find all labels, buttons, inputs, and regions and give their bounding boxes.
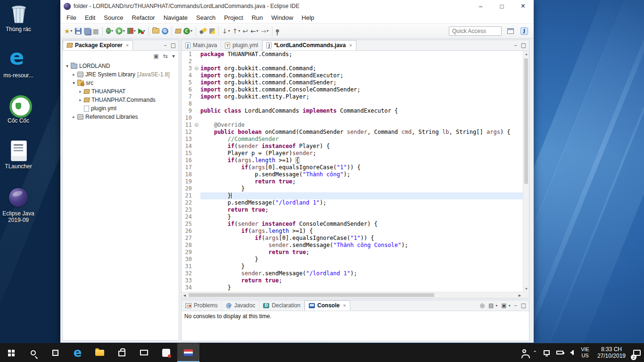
minimize-editor-icon[interactable]: – (514, 42, 517, 49)
maximize-view-icon[interactable]: □ (171, 42, 176, 49)
java-perspective-button[interactable]: J (520, 25, 529, 37)
code-line[interactable]: 4import org.bukkit.command.CommandExecut… (182, 72, 523, 79)
code-line[interactable]: 31 } (182, 263, 523, 270)
tree-expander-icon[interactable]: ▾ (65, 64, 70, 68)
quick-access-input[interactable] (449, 26, 502, 36)
editor-body[interactable]: 1package THUANPHAT.Commands;23−import or… (182, 51, 529, 298)
taskbar-app-flag-button[interactable] (177, 343, 199, 362)
close-window-button[interactable] (512, 0, 534, 12)
language-indicator[interactable]: VIE US (577, 346, 593, 359)
tray-people-button[interactable] (519, 343, 529, 362)
code-line[interactable]: 34 } (182, 284, 523, 291)
code-line[interactable]: 6import org.bukkit.command.ConsoleComman… (182, 86, 523, 93)
desktop-icon-ms-resources[interactable]: ms-resour... (0, 49, 37, 79)
dropdown-arrow-icon[interactable]: ▾ (256, 29, 258, 33)
tree-item-jre-system-library[interactable]: ▸JRE System Library[JavaSE-1.8] (63, 70, 179, 79)
run-button[interactable]: ▾ (115, 25, 126, 37)
maximize-editor-icon[interactable]: □ (521, 42, 526, 49)
code-line[interactable]: 32 sender.sendMessage("/lordland 1"); (182, 270, 523, 277)
console-view-tab-declaration[interactable]: DDeclaration (259, 300, 305, 311)
minimize-view-icon[interactable]: – (514, 302, 517, 309)
code-line[interactable]: 1package THUANPHAT.Commands; (182, 51, 523, 58)
tree-item-plugin-yml[interactable]: plugin.yml (63, 104, 179, 113)
tree-expander-icon[interactable]: ▾ (71, 81, 76, 85)
menu-navigate[interactable]: Navigate (159, 13, 192, 23)
mark-occurrences-button[interactable] (208, 25, 216, 37)
dropdown-arrow-icon[interactable]: ▾ (228, 29, 230, 33)
code-line[interactable]: 17 if(args[0].equalsIgnoreCase("1")) { (182, 164, 523, 171)
scroll-right-icon[interactable]: ▶ (517, 292, 523, 298)
dropdown-arrow-icon[interactable]: ▾ (123, 29, 125, 33)
tree-expander-icon[interactable]: ▸ (78, 89, 83, 94)
taskbar-mail-button[interactable] (133, 343, 155, 362)
code-line[interactable]: 14 if(sender instanceof Player) { (182, 143, 523, 150)
tree-item-lordland[interactable]: ▾LORDLAND (63, 62, 179, 70)
print-button[interactable]: ▦ (92, 25, 100, 37)
taskbar-store-button[interactable] (111, 343, 133, 362)
open-type-button[interactable]: G (161, 25, 169, 37)
view-menu-icon[interactable]: ▾ (172, 53, 175, 59)
code-line[interactable]: 11− @Override (182, 122, 523, 129)
menu-project[interactable]: Project (220, 13, 247, 23)
action-center-button[interactable]: 2 (630, 343, 644, 362)
code-line[interactable]: 12 public boolean onCommand(CommandSende… (182, 129, 523, 136)
taskbar-start-button[interactable] (0, 343, 22, 362)
desktop-icon-coccoc[interactable]: Cốc Cốc (0, 94, 37, 124)
search-button[interactable] (198, 25, 208, 37)
new-package-button[interactable] (174, 25, 182, 37)
tray-battery-button[interactable] (553, 343, 567, 362)
open-perspective-button[interactable] (506, 25, 515, 37)
taskbar-file-explorer-button[interactable] (89, 343, 111, 362)
maximize-view-icon[interactable]: □ (521, 302, 526, 309)
dropdown-arrow-icon[interactable]: ▾ (238, 29, 240, 33)
code-line[interactable]: 29 return true; (182, 249, 523, 256)
scroll-left-icon[interactable]: ◀ (182, 292, 188, 298)
code-line[interactable]: 8 (182, 100, 523, 107)
vertical-scrollbar-thumb[interactable] (524, 58, 528, 184)
new-class-button[interactable]: C▾ (182, 25, 193, 37)
taskbar-search-button[interactable] (22, 343, 44, 362)
console-view-tab-console[interactable]: Console× (305, 300, 350, 311)
menu-file[interactable]: File (62, 13, 81, 23)
code-line[interactable]: 18 p.sendMessage("Thành công"); (182, 171, 523, 178)
taskbar-app-badge-button[interactable] (155, 343, 177, 362)
save-all-button[interactable] (83, 25, 91, 37)
collapse-all-icon[interactable]: ▣ (154, 53, 159, 59)
close-view-icon[interactable]: × (126, 42, 129, 48)
code-line[interactable]: 21 } (182, 192, 523, 199)
last-edit-button[interactable]: ↩ (241, 25, 249, 37)
tree-expander-icon[interactable]: ▸ (71, 72, 76, 77)
code-line[interactable]: 24 } (182, 214, 523, 221)
code-editor[interactable]: 1package THUANPHAT.Commands;23−import or… (182, 51, 523, 292)
tree-item-referenced-libraries[interactable]: ▸Referenced Libraries (63, 113, 179, 121)
code-line[interactable]: 22 p.sendMessage("/lordland 1"); (182, 199, 523, 206)
menu-refactor[interactable]: Refactor (128, 13, 159, 23)
fold-collapse-icon[interactable]: − (195, 66, 198, 70)
back-button[interactable]: ←▾ (249, 25, 259, 37)
code-line[interactable]: 13 //CommandSender (182, 136, 523, 143)
editor-tab-lordlandcommands-java[interactable]: J*LordLandCommands.java× (262, 40, 356, 50)
code-line[interactable]: 10 (182, 115, 523, 122)
dropdown-arrow-icon[interactable]: ▾ (134, 29, 136, 33)
console-view-tab-problems[interactable]: Problems (182, 300, 222, 311)
prev-annotation-button[interactable]: ↑▾ (231, 25, 241, 37)
fold-collapse-icon[interactable]: − (195, 123, 198, 127)
link-with-editor-icon[interactable]: ⇆ (163, 53, 168, 59)
close-tab-icon[interactable]: × (343, 303, 346, 308)
package-explorer-tab[interactable]: Package Explorer × (63, 40, 133, 50)
forward-button[interactable]: →▾ (260, 25, 270, 37)
display-console-icon[interactable]: ▤ (488, 302, 494, 309)
desktop-icon-tlauncher[interactable]: TLauncher (0, 140, 37, 170)
tray-network-button[interactable] (540, 343, 553, 362)
desktop-icon-recycle-bin[interactable]: Thùng rác (0, 3, 37, 33)
tree-item-src[interactable]: ▾src (63, 79, 179, 87)
scroll-down-icon[interactable]: ▼ (523, 286, 529, 292)
menu-help[interactable]: Help (297, 13, 319, 23)
code-line[interactable]: 26 if(args.length >=1) { (182, 228, 523, 235)
next-annotation-button[interactable]: ↓▾ (221, 25, 231, 37)
dropdown-arrow-icon[interactable]: ▾ (190, 29, 192, 33)
code-line[interactable]: 27 if(args[0].equalsIgnoreCase("1")) { (182, 235, 523, 242)
dropdown-arrow-icon[interactable]: ▾ (267, 29, 269, 33)
code-line[interactable]: 25 if(sender instanceof ConsoleCommandSe… (182, 221, 523, 228)
minimize-window-button[interactable] (470, 0, 491, 12)
